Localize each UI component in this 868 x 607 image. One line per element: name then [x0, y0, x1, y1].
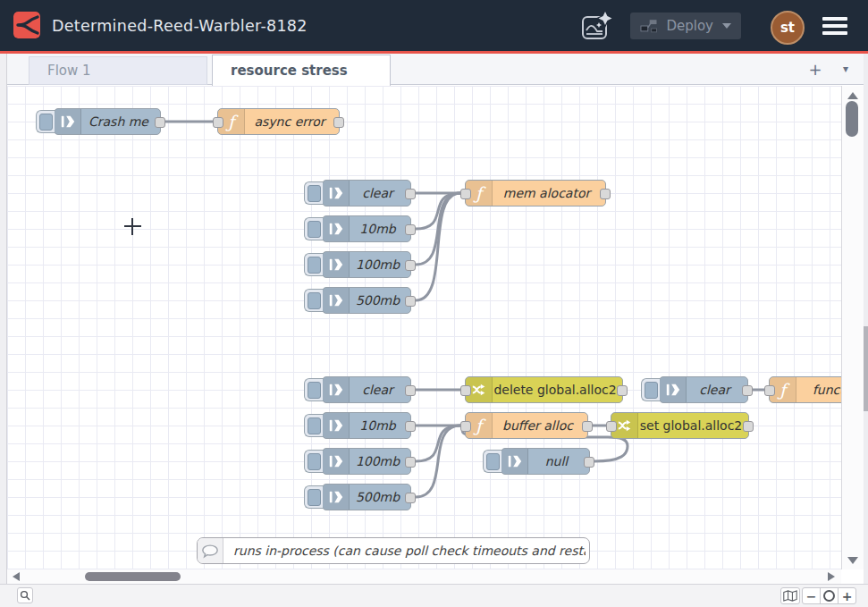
node-label: 10mb	[349, 216, 407, 241]
node-function-edge[interactable]: ƒfunction	[769, 376, 841, 403]
inject-icon	[501, 449, 528, 474]
output-port[interactable]	[405, 421, 416, 432]
output-port[interactable]	[405, 189, 416, 199]
node-async-error[interactable]: ƒasync error	[217, 108, 340, 135]
inject-trigger-button[interactable]	[483, 450, 501, 473]
output-port[interactable]	[600, 189, 611, 199]
deploy-options-caret[interactable]	[722, 23, 731, 29]
inject-trigger-button[interactable]	[304, 181, 323, 205]
input-port[interactable]	[460, 189, 471, 199]
node-clear-1[interactable]: clear	[322, 180, 411, 207]
inject-icon	[323, 216, 350, 241]
node-buffer-alloc[interactable]: ƒbuffer alloc	[465, 412, 588, 439]
deploy-button-label: Deploy	[666, 18, 713, 34]
node-500mb-2[interactable]: 500mb	[322, 484, 411, 510]
inject-trigger-button[interactable]	[304, 217, 323, 240]
inject-trigger-button[interactable]	[304, 378, 323, 401]
flow-canvas[interactable]: Crash meƒasync errorclear10mb100mb500mbƒ…	[7, 86, 841, 569]
node-10mb-1[interactable]: 10mb	[322, 215, 411, 242]
scroll-right-arrow[interactable]	[828, 572, 835, 581]
node-clear-2[interactable]: clear	[322, 376, 411, 403]
inject-trigger-inner	[39, 114, 53, 131]
input-port[interactable]	[460, 385, 471, 396]
inject-icon	[328, 257, 344, 273]
inject-trigger-inner	[308, 489, 321, 506]
inject-trigger-button[interactable]	[304, 414, 323, 437]
inject-trigger-button[interactable]	[304, 485, 323, 509]
tab-list-menu-button[interactable]: ▾	[834, 57, 857, 80]
inject-icon	[323, 485, 350, 510]
input-port[interactable]	[460, 421, 471, 432]
main-menu-icon[interactable]	[822, 17, 847, 35]
input-port[interactable]	[764, 385, 775, 396]
node-label: delete global.alloc2	[492, 377, 619, 402]
node-100mb-2[interactable]: 100mb	[322, 448, 411, 475]
inject-icon	[328, 292, 344, 308]
scroll-down-arrow[interactable]	[847, 557, 858, 564]
inject-trigger-button[interactable]	[304, 289, 323, 312]
node-500mb-1[interactable]: 500mb	[322, 287, 411, 314]
output-port[interactable]	[405, 457, 416, 468]
output-port[interactable]	[155, 117, 165, 128]
node-label: 10mb	[349, 413, 407, 438]
output-port[interactable]	[743, 421, 754, 432]
output-port[interactable]	[405, 224, 416, 235]
tab-flow-1[interactable]: Flow 1	[29, 56, 207, 85]
inject-trigger-button[interactable]	[36, 110, 55, 133]
inject-trigger-button[interactable]	[304, 450, 323, 473]
input-port[interactable]	[213, 117, 223, 128]
node-null-inject[interactable]: null	[501, 448, 590, 475]
output-port[interactable]	[582, 421, 593, 432]
tab-label: resource stress	[231, 63, 348, 79]
horizontal-scrollbar-thumb[interactable]	[85, 572, 181, 581]
inject-icon	[323, 181, 350, 206]
flow-tab-bar: Flow 1 resource stress + ▾	[7, 54, 868, 85]
node-label: clear	[349, 377, 407, 402]
node-comment-1[interactable]: runs in-process (can cause poll check ti…	[197, 537, 590, 564]
output-port[interactable]	[584, 457, 594, 468]
output-port[interactable]	[405, 296, 416, 307]
output-port[interactable]	[617, 385, 628, 396]
node-mem-alocator[interactable]: ƒmem alocator	[465, 180, 606, 207]
zoom-out-button[interactable]: −	[802, 587, 821, 604]
inject-trigger-button[interactable]	[641, 378, 660, 401]
zoom-in-button[interactable]: +	[838, 587, 856, 604]
user-avatar[interactable]: st	[771, 11, 805, 45]
collapsed-palette-strip	[0, 54, 7, 584]
node-label: clear	[686, 377, 744, 402]
node-label: null	[527, 449, 586, 474]
output-port[interactable]	[405, 493, 416, 503]
output-port[interactable]	[405, 260, 416, 271]
output-port[interactable]	[742, 385, 753, 396]
editor-footer: − +	[0, 584, 868, 607]
tab-resource-stress[interactable]: resource stress	[212, 55, 391, 86]
scroll-up-arrow[interactable]	[847, 92, 858, 99]
comment-icon	[198, 538, 223, 563]
node-label: buffer alloc	[492, 413, 584, 438]
inject-icon	[328, 417, 344, 434]
search-flows-button[interactable]	[17, 587, 33, 603]
deploy-button[interactable]: Deploy	[630, 13, 741, 39]
node-10mb-2[interactable]: 10mb	[322, 412, 411, 439]
node-clear-3[interactable]: clear	[659, 376, 748, 403]
zoom-reset-button[interactable]	[820, 587, 839, 604]
output-port[interactable]	[405, 385, 416, 396]
inject-trigger-button[interactable]	[304, 253, 323, 276]
outer-scrollbar-thumb[interactable]	[864, 326, 868, 411]
node-delete-global-alloc2[interactable]: delete global.alloc2	[465, 376, 623, 403]
input-port[interactable]	[606, 421, 617, 432]
ai-assistant-icon[interactable]	[579, 11, 613, 43]
node-set-global-alloc2[interactable]: set global.alloc2	[611, 412, 749, 439]
vertical-scrollbar[interactable]	[841, 86, 864, 569]
navigator-toggle-button[interactable]	[780, 587, 800, 604]
vertical-scrollbar-thumb[interactable]	[846, 101, 858, 137]
node-100mb-1[interactable]: 100mb	[322, 251, 411, 278]
node-label: function	[796, 377, 841, 402]
function-icon: ƒ	[228, 114, 234, 131]
horizontal-scrollbar[interactable]	[7, 569, 841, 584]
output-port[interactable]	[333, 117, 344, 128]
scroll-left-arrow[interactable]	[13, 572, 20, 581]
add-flow-button[interactable]: +	[804, 57, 827, 80]
inject-icon	[323, 288, 350, 313]
node-crash-me[interactable]: Crash me	[54, 108, 161, 135]
